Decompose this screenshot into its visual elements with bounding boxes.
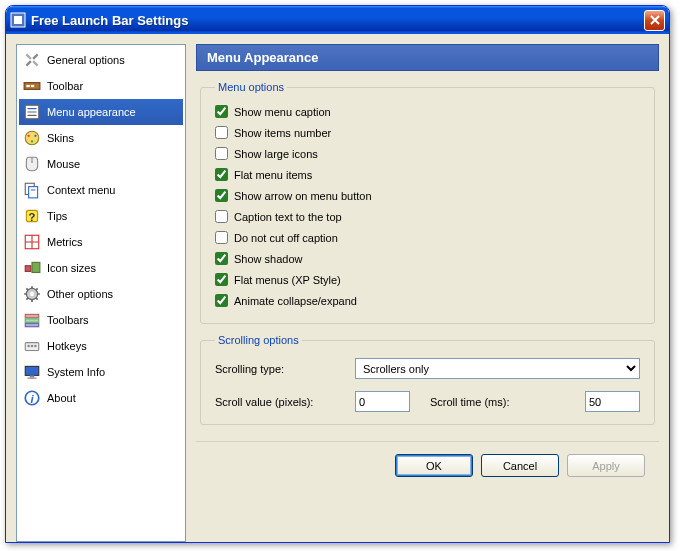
svg-point-11 [34,135,36,137]
sidebar-item-label: Toolbar [47,80,83,92]
checkbox[interactable] [215,273,228,286]
sidebar-item-skins[interactable]: Skins [19,125,183,151]
scroll-value-input[interactable] [355,391,410,412]
option-show-arrow-on-menu-button[interactable]: Show arrow on menu button [215,185,640,206]
sidebar-item-label: Toolbars [47,314,89,326]
mouse-icon [23,155,41,173]
checkbox[interactable] [215,126,228,139]
option-flat-menu-items[interactable]: Flat menu items [215,164,640,185]
svg-rect-22 [25,266,31,272]
checkbox-label: Animate collapse/expand [234,295,357,307]
toolbars-icon [23,311,41,329]
svg-rect-27 [25,319,39,322]
icon-sizes-icon [23,259,41,277]
option-animate-collapse-expand[interactable]: Animate collapse/expand [215,290,640,311]
sidebar-item-system-info[interactable]: System Info [19,359,183,385]
sidebar-item-metrics[interactable]: Metrics [19,229,183,255]
sidebar-item-label: Context menu [47,184,115,196]
svg-rect-32 [34,345,36,347]
panel-title: Menu Appearance [196,44,659,71]
option-show-menu-caption[interactable]: Show menu caption [215,101,640,122]
checkbox-label: Caption text to the top [234,211,342,223]
svg-rect-3 [26,85,29,87]
option-show-large-icons[interactable]: Show large icons [215,143,640,164]
svg-rect-23 [32,262,40,272]
sidebar-item-label: Icon sizes [47,262,96,274]
svg-point-12 [31,140,33,142]
checkbox[interactable] [215,210,228,223]
hotkeys-icon [23,337,41,355]
checkbox[interactable] [215,189,228,202]
sidebar-item-tips[interactable]: ? Tips [19,203,183,229]
content-area: General options Toolbar Menu appearance … [6,34,669,542]
scrolling-type-select[interactable]: Scrollers only [355,358,640,379]
sidebar-item-menu-appearance[interactable]: Menu appearance [19,99,183,125]
sidebar-item-label: General options [47,54,125,66]
svg-rect-28 [25,323,39,326]
settings-window: Free Launch Bar Settings General options… [5,5,670,543]
option-do-not-cut-off-caption[interactable]: Do not cut off caption [215,227,640,248]
sidebar-item-toolbar[interactable]: Toolbar [19,73,183,99]
checkbox[interactable] [215,231,228,244]
checkbox-label: Show large icons [234,148,318,160]
sidebar-item-label: Menu appearance [47,106,136,118]
sidebar-item-about[interactable]: i About [19,385,183,411]
sidebar-item-label: System Info [47,366,105,378]
option-show-shadow[interactable]: Show shadow [215,248,640,269]
scrolling-type-label: Scrolling type: [215,363,355,375]
metrics-icon [23,233,41,251]
menu-icon [23,103,41,121]
option-caption-text-to-top[interactable]: Caption text to the top [215,206,640,227]
checkbox-label: Show arrow on menu button [234,190,372,202]
sidebar-item-other-options[interactable]: Other options [19,281,183,307]
scroll-value-label: Scroll value (pixels): [215,396,355,408]
checkbox[interactable] [215,105,228,118]
sidebar-item-hotkeys[interactable]: Hotkeys [19,333,183,359]
checkbox-label: Flat menu items [234,169,312,181]
svg-point-9 [25,131,39,145]
sidebar-item-context-menu[interactable]: Context menu [19,177,183,203]
sidebar-item-label: About [47,392,76,404]
info-icon: i [23,389,41,407]
checkbox[interactable] [215,168,228,181]
sidebar-item-label: Mouse [47,158,80,170]
sidebar-item-icon-sizes[interactable]: Icon sizes [19,255,183,281]
svg-rect-31 [31,345,33,347]
svg-point-25 [30,292,35,297]
dialog-buttons: OK Cancel Apply [196,441,659,491]
skins-icon [23,129,41,147]
close-button[interactable] [644,10,665,31]
main-panel: Menu Appearance Menu options Show menu c… [196,44,659,542]
svg-point-10 [28,135,30,137]
apply-button[interactable]: Apply [567,454,645,477]
option-flat-menus-xp-style[interactable]: Flat menus (XP Style) [215,269,640,290]
checkbox[interactable] [215,294,228,307]
svg-rect-35 [28,378,37,379]
svg-rect-15 [29,187,38,198]
checkbox-label: Show items number [234,127,331,139]
window-title: Free Launch Bar Settings [31,13,644,28]
tools-icon [23,51,41,69]
context-menu-icon [23,181,41,199]
tips-icon: ? [23,207,41,225]
scroll-time-input[interactable] [585,391,640,412]
checkbox[interactable] [215,147,228,160]
checkbox-label: Show shadow [234,253,303,265]
cancel-button[interactable]: Cancel [481,454,559,477]
titlebar[interactable]: Free Launch Bar Settings [6,6,669,34]
option-show-items-number[interactable]: Show items number [215,122,640,143]
menu-options-legend: Menu options [215,81,287,93]
app-icon [10,12,26,28]
checkbox[interactable] [215,252,228,265]
sidebar: General options Toolbar Menu appearance … [16,44,186,542]
scrolling-options-legend: Scrolling options [215,334,302,346]
sidebar-item-general-options[interactable]: General options [19,47,183,73]
ok-button[interactable]: OK [395,454,473,477]
toolbar-icon [23,77,41,95]
sidebar-item-mouse[interactable]: Mouse [19,151,183,177]
sidebar-item-toolbars[interactable]: Toolbars [19,307,183,333]
sidebar-item-label: Tips [47,210,67,222]
svg-rect-4 [31,85,34,87]
checkbox-label: Flat menus (XP Style) [234,274,341,286]
svg-rect-34 [30,375,35,377]
